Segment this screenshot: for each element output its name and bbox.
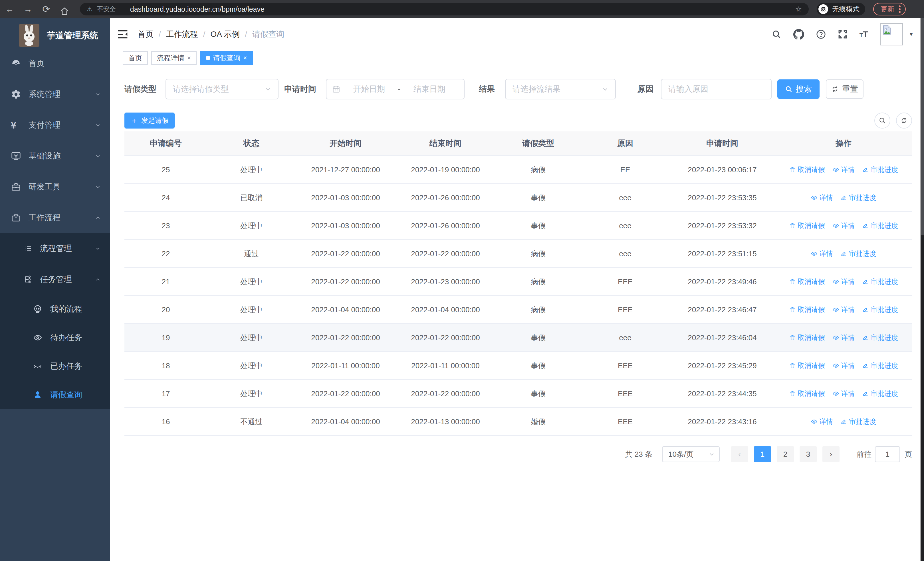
detail-action-link[interactable]: 详情 — [832, 221, 855, 230]
result-select[interactable]: 请选择流结果 — [505, 79, 616, 99]
progress-action-link[interactable]: 审批进度 — [840, 193, 876, 202]
action-label: 详情 — [819, 193, 833, 202]
cell-actions: 详情审批进度 — [775, 417, 912, 426]
cell-status: 不通过 — [207, 417, 296, 427]
tab-请假查询[interactable]: 请假查询× — [200, 51, 253, 65]
progress-action-link[interactable]: 审批进度 — [862, 305, 898, 314]
prev-page-button[interactable]: ‹ — [731, 446, 748, 462]
table-row: 20处理中2022-01-04 00:00:002022-01-04 00:00… — [124, 296, 912, 324]
page-button-1[interactable]: 1 — [754, 446, 771, 462]
detail-action-link[interactable]: 详情 — [832, 361, 855, 370]
progress-action-link[interactable]: 审批进度 — [862, 277, 898, 286]
sidebar-item-6[interactable]: 流程管理 — [0, 233, 110, 264]
tab-流程详情[interactable]: 流程详情× — [151, 51, 196, 65]
end-date-placeholder: 结束日期 — [400, 84, 458, 95]
reload-icon[interactable]: ⟳ — [41, 0, 51, 18]
avatar-caret-icon[interactable]: ▼ — [909, 32, 914, 38]
detail-action-link[interactable]: 详情 — [832, 165, 855, 174]
detail-action-link[interactable]: 详情 — [832, 277, 855, 286]
reason-input[interactable] — [668, 84, 764, 94]
security-warning-icon: ⚠ — [87, 5, 93, 13]
browser-update-menu[interactable]: 更新 — [873, 3, 906, 15]
cell-actions: 取消请假详情审批进度 — [775, 221, 912, 230]
apply-time-range-picker[interactable]: 开始日期 - 结束日期 — [326, 79, 465, 99]
sidebar-item-4[interactable]: 研发工具 — [0, 171, 110, 202]
view-icon — [832, 222, 839, 229]
cell-start-time: 2022-01-03 00:00:00 — [296, 221, 396, 230]
cancel-action-link[interactable]: 取消请假 — [789, 389, 825, 398]
cancel-action-link[interactable]: 取消请假 — [789, 221, 825, 230]
next-page-button[interactable]: › — [822, 446, 840, 462]
leave-type-select[interactable]: 请选择请假类型 — [165, 79, 279, 99]
sidebar-item-0[interactable]: 首页 — [0, 48, 110, 79]
github-icon[interactable] — [793, 29, 804, 40]
progress-action-link[interactable]: 审批进度 — [862, 165, 898, 174]
page-button-3[interactable]: 3 — [800, 446, 817, 462]
cancel-action-link[interactable]: 取消请假 — [789, 277, 825, 286]
sidebar-item-2[interactable]: ¥支付管理 — [0, 110, 110, 141]
create-leave-button[interactable]: ＋ 发起请假 — [124, 113, 175, 129]
breadcrumb-item[interactable]: 工作流程 — [166, 29, 198, 40]
toolbox-icon — [11, 182, 21, 192]
sidebar-item-3[interactable]: 基础设施 — [0, 141, 110, 171]
cancel-action-link[interactable]: 取消请假 — [789, 333, 825, 342]
font-size-icon[interactable]: TT — [860, 29, 868, 39]
browser-menu-icon[interactable] — [899, 5, 901, 13]
cell-end-time: 2022-01-13 00:00:00 — [396, 417, 495, 426]
home-icon[interactable] — [59, 2, 70, 16]
app-logo[interactable]: 芋道管理系统 — [0, 18, 110, 48]
scrollbar-thumb[interactable] — [921, 18, 924, 235]
detail-action-link[interactable]: 详情 — [832, 305, 855, 314]
search-button[interactable]: 搜索 — [777, 80, 819, 99]
sidebar-item-11[interactable]: 请假查询 — [0, 381, 110, 409]
show-search-button[interactable] — [874, 113, 890, 129]
goto-page-input[interactable] — [875, 446, 900, 462]
sidebar-item-label: 支付管理 — [28, 120, 60, 131]
page-size-select[interactable]: 10条/页 — [662, 446, 720, 462]
cell-id: 22 — [124, 250, 207, 258]
forward-icon[interactable]: → — [23, 0, 33, 18]
detail-action-link[interactable]: 详情 — [811, 193, 833, 202]
page-button-2[interactable]: 2 — [777, 446, 794, 462]
progress-action-link[interactable]: 审批进度 — [840, 417, 876, 426]
close-icon[interactable]: × — [243, 55, 247, 61]
tab-首页[interactable]: 首页 — [123, 51, 148, 65]
sidebar-item-9[interactable]: 待办任务 — [0, 323, 110, 352]
cell-status: 处理中 — [207, 221, 296, 231]
close-icon[interactable]: × — [187, 55, 191, 61]
breadcrumb-item[interactable]: 首页 — [138, 29, 153, 40]
sidebar-item-10[interactable]: 已办任务 — [0, 352, 110, 381]
fullscreen-icon[interactable] — [838, 29, 848, 39]
progress-action-link[interactable]: 审批进度 — [862, 221, 898, 230]
cancel-action-link[interactable]: 取消请假 — [789, 165, 825, 174]
sidebar-item-7[interactable]: 任务管理 — [0, 264, 110, 295]
bookmark-star-icon[interactable]: ☆ — [795, 5, 802, 14]
cancel-action-link[interactable]: 取消请假 — [789, 305, 825, 314]
detail-action-link[interactable]: 详情 — [811, 417, 833, 426]
reset-button[interactable]: 重置 — [826, 80, 864, 99]
back-icon[interactable]: ← — [4, 0, 15, 18]
trash-icon — [789, 334, 796, 341]
progress-action-link[interactable]: 审批进度 — [862, 333, 898, 342]
progress-action-link[interactable]: 审批进度 — [862, 361, 898, 370]
action-label: 审批进度 — [871, 389, 898, 398]
page-scrollbar[interactable] — [920, 18, 924, 561]
cancel-action-link[interactable]: 取消请假 — [789, 361, 825, 370]
search-icon[interactable] — [772, 29, 782, 39]
sidebar-item-8[interactable]: 我的流程 — [0, 295, 110, 323]
progress-action-link[interactable]: 审批进度 — [840, 249, 876, 258]
help-icon[interactable] — [816, 29, 826, 39]
breadcrumb-item[interactable]: OA 示例 — [211, 29, 240, 40]
detail-action-link[interactable]: 详情 — [832, 389, 855, 398]
detail-action-link[interactable]: 详情 — [832, 333, 855, 342]
avatar[interactable] — [880, 23, 903, 45]
cell-end-time: 2022-01-26 00:00:00 — [396, 193, 495, 202]
sidebar-collapse-icon[interactable] — [118, 29, 128, 39]
detail-action-link[interactable]: 详情 — [811, 249, 833, 258]
refresh-table-button[interactable] — [896, 113, 912, 129]
sidebar-item-1[interactable]: 系统管理 — [0, 79, 110, 110]
progress-action-link[interactable]: 审批进度 — [862, 389, 898, 398]
sidebar-item-5[interactable]: 工作流程 — [0, 202, 110, 233]
page-content: 请假类型 请选择请假类型 申请时间 开始日期 - 结束日期 结果 请选择流结果 — [110, 66, 924, 561]
address-bar[interactable]: ⚠ 不安全 dashboard.yudao.iocoder.cn/bpm/oa/… — [80, 3, 809, 15]
